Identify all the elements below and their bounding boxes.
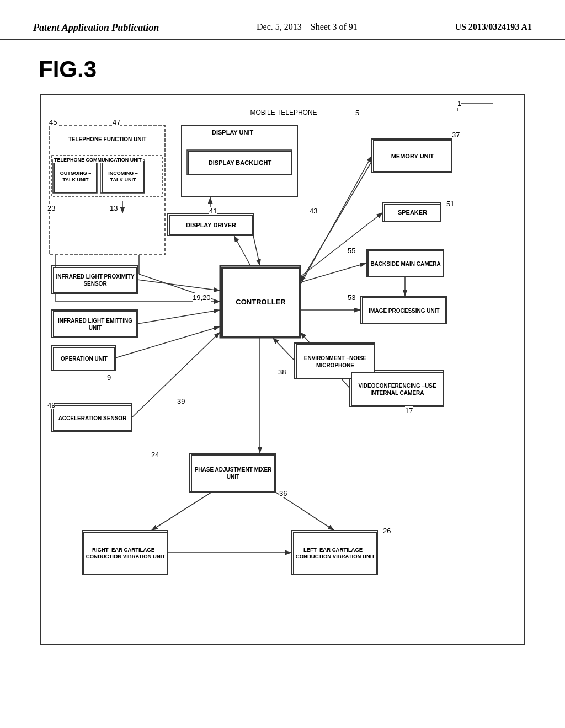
- acceleration-sensor-box: ACCELERATION SENSOR: [53, 405, 132, 431]
- ref-51: 51: [446, 200, 454, 208]
- svg-line-40: [132, 332, 220, 417]
- patent-diagram: 1 MOBILE TELEPHONE 5 37 45 47 TELEPHONE …: [40, 94, 525, 645]
- ref-5: 5: [355, 109, 359, 117]
- svg-line-33: [137, 280, 220, 291]
- header-center: Dec. 5, 2013 Sheet 3 of 91: [257, 22, 358, 32]
- svg-line-39: [273, 338, 295, 361]
- svg-line-29: [300, 156, 372, 285]
- svg-line-44: [275, 492, 334, 531]
- display-driver-box: DISPLAY DRIVER: [169, 215, 253, 235]
- left-ear-box: LEFT–EAR CARTILAGE –CONDUCTION VIBRATION…: [293, 532, 377, 575]
- ref-53: 53: [348, 293, 355, 302]
- page-header: Patent Application Publication Dec. 5, 2…: [0, 0, 565, 40]
- publication-date: Dec. 5, 2013: [257, 22, 302, 31]
- phase-adjustment-box: PHASE ADJUSTMENT MIXER UNIT: [191, 454, 275, 492]
- ref-47: 47: [113, 118, 120, 126]
- publication-title: Patent Application Publication: [33, 22, 159, 34]
- videoconf-camera-box: VIDEOCONFERENCING –USE INTERNAL CAMERA: [351, 372, 444, 406]
- backside-camera-box: BACKSIDE MAIN CAMERA: [367, 250, 444, 277]
- telephone-comm-label: TELEPHONE COMMUNICATION UNIT: [53, 157, 143, 163]
- svg-line-28: [234, 235, 250, 266]
- infrared-emitting-box: INFRARED LIGHT EMITTING UNIT: [53, 311, 137, 338]
- ref-36: 36: [279, 489, 287, 497]
- telephone-function-label: TELEPHONE FUNCTION UNIT: [51, 127, 164, 152]
- image-processing-box: IMAGE PROCESSING UNIT: [362, 297, 446, 324]
- outgoing-talk-box: OUTGOING –TALK UNIT: [54, 161, 97, 193]
- ref-39: 39: [177, 397, 185, 405]
- svg-line-34: [137, 310, 220, 324]
- svg-line-26: [253, 235, 260, 266]
- ref-38: 38: [278, 368, 286, 376]
- ref-41: 41: [209, 207, 217, 215]
- ref-37: 37: [452, 131, 460, 139]
- ref-55: 55: [348, 247, 355, 255]
- ref-19-20: 19,20: [193, 293, 211, 302]
- ref-23: 23: [47, 204, 55, 212]
- patent-number: US 2013/0324193 A1: [455, 22, 532, 32]
- diagram-title: MOBILE TELEPHONE: [223, 109, 344, 116]
- ref-26: 26: [383, 527, 391, 535]
- speaker-box: SPEAKER: [384, 204, 441, 222]
- controller-box: CONTROLLER: [221, 267, 300, 338]
- figure-label: FIG.3: [39, 56, 526, 83]
- ref-45: 45: [49, 118, 57, 126]
- display-backlight-box: DISPLAY BACKLIGHT: [188, 151, 292, 175]
- incoming-talk-box: INCOMING –TALK UNIT: [102, 161, 145, 193]
- infrared-proximity-box: INFRARED LIGHT PROXIMITY SENSOR: [53, 267, 137, 293]
- main-content: FIG.3: [0, 40, 565, 662]
- display-unit-label: DISPLAY UNIT: [212, 129, 253, 136]
- ref-1: 1: [457, 99, 461, 108]
- ref-13: 13: [110, 204, 118, 212]
- ref-17: 17: [405, 406, 413, 415]
- svg-line-43: [151, 492, 212, 531]
- right-ear-box: RIGHT–EAR CARTILAGE –CONDUCTION VIBRATIO…: [83, 532, 168, 575]
- ref-9: 9: [107, 373, 111, 382]
- ref-24: 24: [151, 451, 159, 459]
- memory-unit-box: MEMORY UNIT: [373, 140, 452, 172]
- ref-49: 49: [47, 401, 55, 409]
- sheet-info: Sheet 3 of 91: [311, 22, 358, 31]
- ref-43: 43: [310, 207, 317, 215]
- operation-unit-box: OPERATION UNIT: [53, 347, 115, 371]
